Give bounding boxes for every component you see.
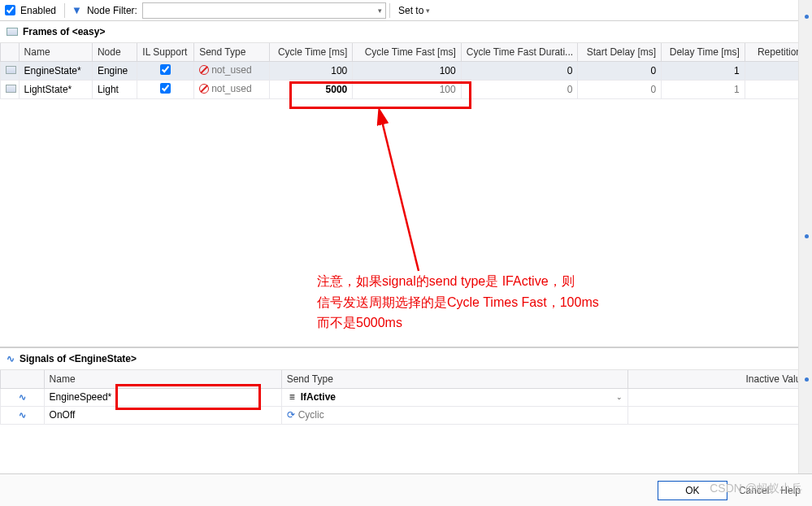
col-ilsupport[interactable]: IL Support xyxy=(137,43,194,61)
table-row[interactable]: ∿ EngineSpeed* ≡IfActive ⌄ 0 xyxy=(1,388,812,406)
help-button[interactable]: Help xyxy=(780,485,801,496)
set-to-label: Set to xyxy=(398,5,423,16)
il-checkbox[interactable] xyxy=(160,64,171,75)
table-row[interactable]: EngineState* Engine not_used 100 100 0 0… xyxy=(1,61,812,80)
cell-sd[interactable]: 0 xyxy=(578,80,662,98)
cell-ct[interactable]: 5000 xyxy=(269,80,353,98)
signal-icon: ∿ xyxy=(19,410,26,420)
col-inactive[interactable]: Inactive Value xyxy=(627,370,811,388)
col-cycletime[interactable]: Cycle Time [ms] xyxy=(269,43,353,61)
cell-name: LightState* xyxy=(19,80,92,98)
col-delaytime[interactable]: Delay Time [ms] xyxy=(662,43,745,61)
enabled-label: Enabled xyxy=(19,5,58,16)
annotation-text: 注意，如果signal的send type是 IFActive，则 信号发送周期… xyxy=(317,271,599,334)
signals-title-entity: <EngineState> xyxy=(69,353,137,364)
funnel-icon: ▼ xyxy=(72,4,82,16)
chevron-down-icon: ▾ xyxy=(378,7,382,15)
cyclic-icon: ⟳ xyxy=(287,409,295,421)
table-row[interactable]: ∿ OnOff ⟳Cyclic 0 xyxy=(1,406,812,424)
signals-header-row: Name Send Type Inactive Value xyxy=(1,370,812,388)
cell-node: Light xyxy=(92,80,137,98)
signals-table: Name Send Type Inactive Value ∿ EngineSp… xyxy=(0,370,812,425)
annotation-arrow xyxy=(374,108,439,275)
not-allowed-icon xyxy=(199,65,209,75)
vertical-scrollbar[interactable] xyxy=(798,0,812,473)
frames-title-entity: <easy> xyxy=(72,26,106,37)
il-checkbox[interactable] xyxy=(160,83,171,94)
row-icon xyxy=(1,61,20,80)
col-name[interactable]: Name xyxy=(19,43,92,61)
node-filter-combo[interactable]: ▾ xyxy=(142,2,386,19)
cell-sendtype[interactable]: ⟳Cyclic xyxy=(281,406,627,424)
not-allowed-icon xyxy=(199,84,209,94)
node-filter-label: Node Filter: xyxy=(85,5,139,16)
cell-sendtype[interactable]: ≡IfActive ⌄ xyxy=(281,388,627,406)
toolbar-separator xyxy=(389,3,390,18)
signals-header: ∿ Signals of <EngineState> xyxy=(0,348,812,370)
col-cycletimefast[interactable]: Cycle Time Fast [ms] xyxy=(353,43,461,61)
col-sendtype[interactable]: Send Type xyxy=(194,43,269,61)
cell-node: Engine xyxy=(92,61,137,80)
frames-panel: Frames of <easy> Name Node IL Support Se… xyxy=(0,21,812,347)
message-icon xyxy=(6,85,16,93)
toolbar-separator xyxy=(64,3,65,18)
col-node[interactable]: Node xyxy=(92,43,137,61)
cell-ctf[interactable]: 100 xyxy=(353,61,461,80)
cell-ctfd[interactable]: 0 xyxy=(461,80,578,98)
row-icon: ∿ xyxy=(1,406,45,424)
cell-sendtype[interactable]: not_used xyxy=(194,80,269,98)
frames-title-prefix: Frames of xyxy=(23,26,72,37)
col-name[interactable]: Name xyxy=(44,370,281,388)
cell-name: EngineSpeed* xyxy=(44,388,281,406)
top-toolbar: Enabled ▼ Node Filter: ▾ Set to ▾ xyxy=(0,0,812,21)
cell-ctfd[interactable]: 0 xyxy=(461,61,578,80)
col-icon[interactable] xyxy=(1,370,45,388)
cancel-button[interactable]: Cancel xyxy=(739,485,769,496)
envelope-icon xyxy=(7,28,18,36)
cell-inactive[interactable]: 0 xyxy=(627,388,811,406)
signals-title-prefix: Signals of xyxy=(20,353,69,364)
message-icon xyxy=(6,66,16,74)
col-sendtype[interactable]: Send Type xyxy=(281,370,627,388)
cell-il[interactable] xyxy=(137,61,194,80)
col-startdelay[interactable]: Start Delay [ms] xyxy=(578,43,662,61)
frames-header-row: Name Node IL Support Send Type Cycle Tim… xyxy=(1,43,812,61)
table-row[interactable]: LightState* Light not_used 5000 100 0 0 … xyxy=(1,80,812,98)
frames-header: Frames of <easy> xyxy=(0,21,812,43)
scroll-marker xyxy=(805,234,809,238)
cell-dt[interactable]: 1 xyxy=(662,61,745,80)
signal-icon: ∿ xyxy=(19,392,26,402)
cell-sendtype[interactable]: not_used xyxy=(194,61,269,80)
ok-button[interactable]: OK xyxy=(658,481,727,500)
row-icon: ∿ xyxy=(1,388,45,406)
cell-inactive[interactable]: 0 xyxy=(627,406,811,424)
svg-line-0 xyxy=(380,115,419,271)
frames-table: Name Node IL Support Send Type Cycle Tim… xyxy=(0,43,812,99)
set-to-dropdown[interactable]: Set to ▾ xyxy=(393,5,435,16)
cell-name: EngineState* xyxy=(19,61,92,80)
col-cycletimefastdur[interactable]: Cycle Time Fast Durati... xyxy=(461,43,578,61)
cell-ct[interactable]: 100 xyxy=(269,61,353,80)
chevron-down-icon: ⌄ xyxy=(616,393,623,401)
annotation-line: 信号发送周期选择的是Cycle Times Fast，100ms xyxy=(317,292,599,313)
cell-name: OnOff xyxy=(44,406,281,424)
annotation-line: 注意，如果signal的send type是 IFActive，则 xyxy=(317,271,599,292)
cell-il[interactable] xyxy=(137,80,194,98)
chevron-down-icon: ▾ xyxy=(426,7,430,15)
cell-sd[interactable]: 0 xyxy=(578,61,662,80)
col-icon[interactable] xyxy=(1,43,20,61)
enabled-checkbox[interactable] xyxy=(5,5,15,15)
scroll-marker xyxy=(805,377,809,382)
signals-panel: ∿ Signals of <EngineState> Name Send Typ… xyxy=(0,347,812,425)
scroll-marker xyxy=(805,15,809,19)
cell-dt[interactable]: 1 xyxy=(662,80,745,98)
row-icon xyxy=(1,80,20,98)
ifactive-icon: ≡ xyxy=(287,392,297,403)
annotation-line: 而不是5000ms xyxy=(317,312,599,334)
wave-icon: ∿ xyxy=(7,353,15,364)
cell-ctf[interactable]: 100 xyxy=(353,80,461,98)
dialog-footer: OK Cancel Help xyxy=(0,473,812,506)
